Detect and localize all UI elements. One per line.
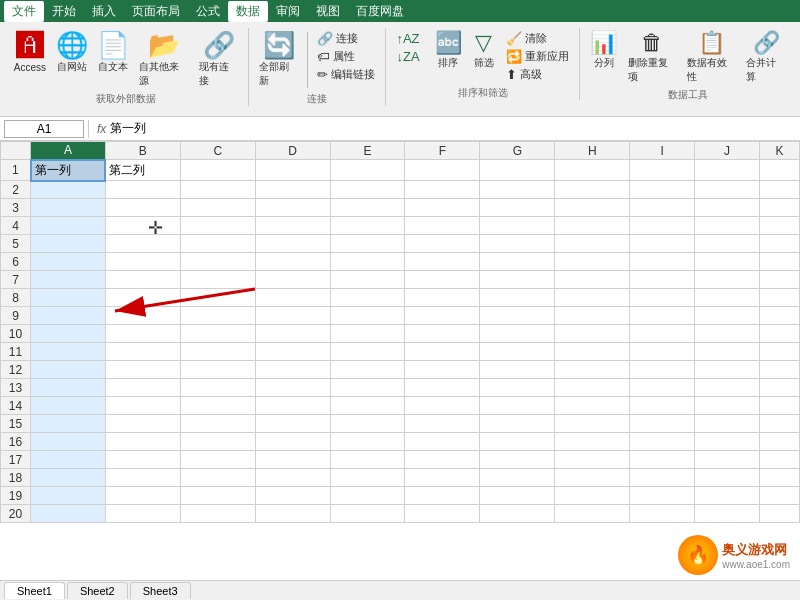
cell-H10[interactable] [555,325,630,343]
btn-text[interactable]: 📄 自文本 [94,30,134,76]
row-header-11[interactable]: 11 [1,343,31,361]
btn-clear[interactable]: 🧹 清除 [502,30,573,47]
cell-A2[interactable] [31,181,106,199]
cell-D20[interactable] [255,505,330,523]
cell-I14[interactable] [630,397,695,415]
row-header-7[interactable]: 7 [1,271,31,289]
btn-refresh-all[interactable]: 🔄 全部刷新 [255,30,302,90]
cell-E8[interactable] [330,289,405,307]
cell-K18[interactable] [759,469,799,487]
cell-A10[interactable] [31,325,106,343]
cell-G13[interactable] [480,379,555,397]
cell-D7[interactable] [255,271,330,289]
btn-sort-desc[interactable]: ↓ZA [392,48,426,65]
cell-I6[interactable] [630,253,695,271]
cell-H6[interactable] [555,253,630,271]
cell-F5[interactable] [405,235,480,253]
cell-I16[interactable] [630,433,695,451]
cell-A6[interactable] [31,253,106,271]
cell-I19[interactable] [630,487,695,505]
col-header-G[interactable]: G [480,142,555,160]
cell-K9[interactable] [759,307,799,325]
cell-G3[interactable] [480,199,555,217]
cell-G20[interactable] [480,505,555,523]
row-header-1[interactable]: 1 [1,160,31,181]
row-header-14[interactable]: 14 [1,397,31,415]
cell-B16[interactable] [105,433,180,451]
col-header-A[interactable]: A [31,142,106,160]
cell-J16[interactable] [695,433,760,451]
cell-H7[interactable] [555,271,630,289]
cell-H8[interactable] [555,289,630,307]
cell-K19[interactable] [759,487,799,505]
cell-H16[interactable] [555,433,630,451]
btn-connection[interactable]: 🔗 连接 [313,30,379,47]
cell-J12[interactable] [695,361,760,379]
cell-J11[interactable] [695,343,760,361]
col-header-C[interactable]: C [180,142,255,160]
cell-J13[interactable] [695,379,760,397]
cell-B12[interactable] [105,361,180,379]
cell-D14[interactable] [255,397,330,415]
cell-K3[interactable] [759,199,799,217]
cell-J3[interactable] [695,199,760,217]
row-header-4[interactable]: 4 [1,217,31,235]
cell-B4[interactable] [105,217,180,235]
cell-C7[interactable] [180,271,255,289]
cell-G4[interactable] [480,217,555,235]
btn-website[interactable]: 🌐 自网站 [52,30,92,76]
cell-D18[interactable] [255,469,330,487]
cell-B17[interactable] [105,451,180,469]
btn-access[interactable]: 🅰 Access [10,30,50,75]
row-header-3[interactable]: 3 [1,199,31,217]
cell-B14[interactable] [105,397,180,415]
cell-C16[interactable] [180,433,255,451]
cell-D12[interactable] [255,361,330,379]
cell-I15[interactable] [630,415,695,433]
cell-J2[interactable] [695,181,760,199]
cell-A11[interactable] [31,343,106,361]
formula-input[interactable] [110,122,796,136]
cell-I13[interactable] [630,379,695,397]
cell-E9[interactable] [330,307,405,325]
btn-filter[interactable]: ▽ 筛选 [468,30,500,72]
cell-E7[interactable] [330,271,405,289]
cell-F11[interactable] [405,343,480,361]
cell-I4[interactable] [630,217,695,235]
btn-sort-asc[interactable]: ↑AZ [392,30,426,47]
menu-file[interactable]: 文件 [4,1,44,22]
btn-split[interactable]: 📊 分列 [586,30,622,72]
col-header-B[interactable]: B [105,142,180,160]
menu-data[interactable]: 数据 [228,1,268,22]
cell-I10[interactable] [630,325,695,343]
row-header-9[interactable]: 9 [1,307,31,325]
cell-K1[interactable] [759,160,799,181]
cell-G18[interactable] [480,469,555,487]
cell-K13[interactable] [759,379,799,397]
cell-C10[interactable] [180,325,255,343]
cell-D15[interactable] [255,415,330,433]
cell-E15[interactable] [330,415,405,433]
menu-home[interactable]: 开始 [44,1,84,22]
cell-F13[interactable] [405,379,480,397]
cell-K11[interactable] [759,343,799,361]
cell-F8[interactable] [405,289,480,307]
row-header-18[interactable]: 18 [1,469,31,487]
cell-E16[interactable] [330,433,405,451]
cell-J10[interactable] [695,325,760,343]
menu-formula[interactable]: 公式 [188,1,228,22]
cell-A19[interactable] [31,487,106,505]
cell-A8[interactable] [31,289,106,307]
cell-A17[interactable] [31,451,106,469]
cell-J17[interactable] [695,451,760,469]
cell-J19[interactable] [695,487,760,505]
cell-I17[interactable] [630,451,695,469]
cell-C5[interactable] [180,235,255,253]
btn-advanced[interactable]: ⬆ 高级 [502,66,573,83]
cell-C11[interactable] [180,343,255,361]
cell-K15[interactable] [759,415,799,433]
cell-B11[interactable] [105,343,180,361]
name-box[interactable] [4,120,84,138]
cell-G2[interactable] [480,181,555,199]
cell-H19[interactable] [555,487,630,505]
